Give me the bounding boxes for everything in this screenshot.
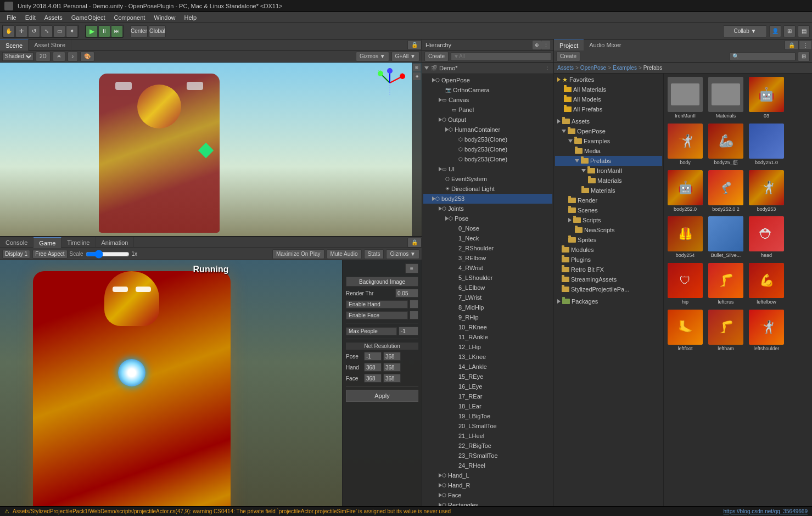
tree-item-24rheel[interactable]: 24_RHeel	[423, 461, 552, 470]
tab-game[interactable]: Game	[33, 237, 61, 248]
2d-button[interactable]: 2D	[36, 52, 51, 61]
scale-tool[interactable]: ⤡	[41, 25, 53, 37]
call-all-button[interactable]: G+All ▼	[391, 52, 419, 61]
game-view[interactable]: Running 19.3 FPS People: 1 ≡ Background …	[0, 260, 422, 516]
tree-item-2rshoulder[interactable]: 2_RShoulder	[423, 243, 552, 253]
tree-item-17rear[interactable]: 17_REar	[423, 391, 552, 401]
asset-leftfoot[interactable]: 🦶 leftfoot	[666, 309, 704, 353]
hierarchy-options-btn[interactable]: ⋮	[541, 41, 550, 49]
tree-item-9rhip[interactable]: 9_RHip	[423, 312, 552, 322]
tree-render[interactable]: Render	[555, 195, 662, 205]
asset-leftshoulder[interactable]: 🤺 leftshoulder	[747, 309, 786, 353]
tree-item-body253-3[interactable]: ⬡ body253(Clone)	[423, 154, 552, 164]
apply-button[interactable]: Apply	[346, 390, 418, 402]
menu-window[interactable]: Window	[149, 12, 180, 23]
tree-streamingassets[interactable]: StreamingAssets	[555, 274, 662, 284]
multi-tool[interactable]: ✦	[66, 25, 78, 37]
asset-body251[interactable]: body251.0	[747, 122, 786, 167]
tree-item-body253-2[interactable]: ⬡ body253(Clone)	[423, 144, 552, 154]
tree-modules[interactable]: Modules	[555, 245, 662, 255]
asset-body252[interactable]: 🤖 body252.0	[666, 169, 704, 214]
tree-scenes[interactable]: Scenes	[555, 205, 662, 215]
rotate-tool[interactable]: ↺	[28, 25, 40, 37]
tree-item-10rknee[interactable]: 10_RKnee	[423, 322, 552, 332]
tree-openpose[interactable]: OpenPose	[555, 126, 662, 136]
tree-all-materials[interactable]: All Materials	[555, 85, 662, 94]
asset-leftham[interactable]: 🦵 leftham	[707, 309, 745, 353]
tree-scripts[interactable]: Scripts	[555, 215, 662, 225]
global-button[interactable]: Global	[149, 25, 166, 37]
project-view-btn[interactable]: ⊞	[798, 52, 810, 61]
tree-item-22rbigtoe[interactable]: 22_RBigToe	[423, 441, 552, 451]
tab-timeline[interactable]: Timeline	[61, 237, 96, 248]
render-thr-input[interactable]	[395, 289, 418, 298]
face-val1-input[interactable]	[364, 374, 382, 383]
scene-strip-btn-2[interactable]: ◈	[413, 72, 421, 80]
mute-audio-btn[interactable]: Mute Audio	[327, 249, 362, 259]
hierarchy-pin-btn[interactable]: ⊕	[533, 41, 541, 49]
asset-head[interactable]: ⛑ head	[747, 215, 786, 260]
tree-item-19lbigtoe[interactable]: 19_LBigToe	[423, 411, 552, 421]
center-button[interactable]: Center	[130, 25, 148, 37]
tree-retrobitfx[interactable]: Retro Bit FX	[555, 265, 662, 274]
enable-face-checkbox[interactable]	[410, 311, 418, 319]
shading-mode-select[interactable]: Shaded	[2, 52, 33, 61]
breadcrumb-openpose[interactable]: OpenPose	[580, 65, 606, 71]
tree-item-humancontainer[interactable]: ⬡ HumanContainer	[423, 125, 552, 134]
tree-sprites[interactable]: Sprites	[555, 235, 662, 245]
maximize-on-play-btn[interactable]: Maximize On Play	[272, 249, 324, 259]
tree-item-11rankle[interactable]: 11_RAnkle	[423, 332, 552, 342]
breadcrumb-assets[interactable]: Assets	[557, 65, 574, 71]
tab-audio-mixer[interactable]: Audio Mixer	[584, 40, 626, 51]
pose-val2-input[interactable]	[383, 352, 401, 361]
tree-item-body253-1[interactable]: ⬡ body253(Clone)	[423, 134, 552, 144]
tree-item-handl[interactable]: ⬡Hand_L	[423, 470, 552, 480]
pause-button[interactable]: ⏸	[98, 25, 110, 37]
scene-audio-button[interactable]: ♪	[68, 52, 78, 61]
menu-gameobject[interactable]: GameObject	[67, 12, 110, 23]
gizmos-button[interactable]: Gizmos ▼	[356, 52, 389, 61]
hand-val2-input[interactable]	[383, 363, 401, 372]
project-create-btn[interactable]: Create	[556, 52, 580, 61]
asset-leftcrus[interactable]: 🦵 leftcrus	[707, 262, 745, 306]
tree-item-8midhip[interactable]: 8_MidHip	[423, 302, 552, 312]
display-select[interactable]: Display 1	[2, 250, 30, 259]
hierarchy-tree[interactable]: ⬡ OpenPose 📷 OrthoCamera ▭ Canvas ▭ Pane…	[422, 74, 553, 516]
tree-prefabs[interactable]: Prefabs	[555, 156, 662, 166]
tree-media[interactable]: Media	[555, 146, 662, 156]
tab-animation[interactable]: Animation	[96, 237, 135, 248]
tree-item-21lheel[interactable]: 21_LHeel	[423, 431, 552, 441]
rect-tool[interactable]: ▭	[53, 25, 65, 37]
aspect-select[interactable]: Free Aspect	[32, 250, 67, 259]
tree-item-output[interactable]: ⬡ Output	[423, 115, 552, 125]
menu-file[interactable]: File	[2, 12, 21, 23]
tree-item-canvas[interactable]: ▭ Canvas	[423, 95, 552, 105]
tree-assets[interactable]: Assets	[555, 116, 662, 126]
scene-strip-btn-1[interactable]: ⊞	[413, 64, 421, 71]
project-tree[interactable]: ★ Favorites All Materials All Models All…	[554, 74, 664, 516]
tree-item-directionallight[interactable]: ☀ Directional Light	[423, 184, 552, 194]
scene-expand-arrow[interactable]	[424, 66, 429, 70]
scene-light-button[interactable]: ☀	[53, 52, 65, 61]
layers-button[interactable]: ⊞	[783, 25, 796, 37]
scene-view[interactable]: X Y Z ⊞ ◈	[0, 63, 422, 236]
enable-hand-checkbox[interactable]	[410, 300, 418, 309]
asset-bullet-silver[interactable]: Bullet_Silve...	[707, 215, 745, 260]
step-button[interactable]: ⏭	[111, 25, 123, 37]
tree-plugins[interactable]: Plugins	[555, 255, 662, 265]
asset-materials[interactable]: Materials	[707, 76, 745, 120]
tree-item-12lhip[interactable]: 12_LHip	[423, 342, 552, 352]
layout-button[interactable]: ▤	[798, 25, 810, 37]
stats-btn[interactable]: Stats	[364, 249, 384, 259]
hand-val1-input[interactable]	[364, 363, 382, 372]
collab-button[interactable]: Collab ▼	[723, 25, 767, 37]
game-gizmos-btn[interactable]: Gizmos ▼	[386, 249, 419, 259]
tree-materials2[interactable]: Materials	[555, 186, 662, 195]
tree-item-3relbow[interactable]: 3_RElbow	[423, 253, 552, 263]
menu-assets[interactable]: Assets	[40, 12, 67, 23]
tab-project[interactable]: Project	[554, 40, 584, 51]
tree-newscripts[interactable]: NewScripts	[555, 225, 662, 235]
menu-help[interactable]: Help	[180, 12, 201, 23]
asset-body254[interactable]: 🦺 body254	[666, 215, 704, 260]
hierarchy-create-btn[interactable]: Create	[424, 52, 449, 61]
